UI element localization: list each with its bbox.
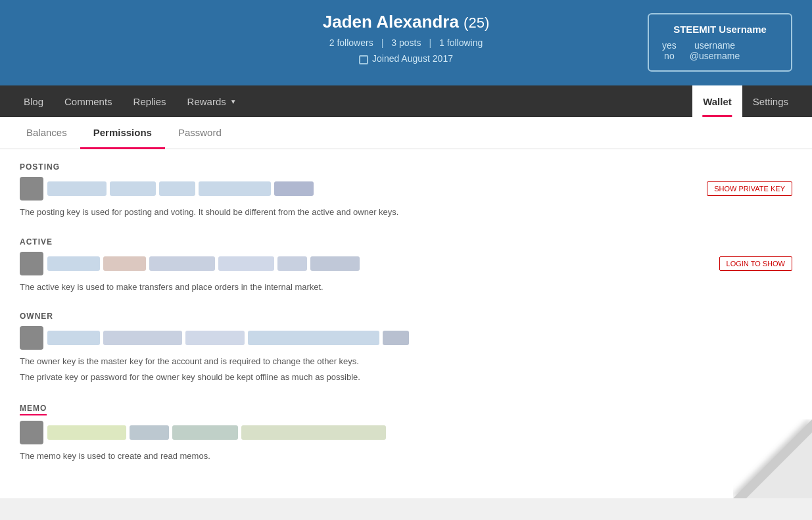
tab-permissions[interactable]: Permissions: [80, 118, 165, 149]
key-block: [241, 425, 386, 440]
key-block: [110, 181, 156, 196]
key-block: [47, 256, 100, 271]
key-block: [47, 331, 100, 345]
key-block: [130, 425, 169, 440]
permissions-content: POSTING SHOW PRIVATE KEY The posting key…: [0, 149, 812, 494]
nav-right: Wallet Settings: [692, 85, 799, 117]
profile-joined: Joined August 2017: [323, 53, 489, 64]
main-content: Balances Permissions Password POSTING SH…: [0, 117, 812, 498]
tab-balances[interactable]: Balances: [13, 118, 80, 149]
posting-key-row: SHOW PRIVATE KEY: [20, 177, 792, 201]
memo-key-row: [20, 421, 792, 444]
key-block: [103, 331, 182, 345]
steemit-username-box: STEEMIT Username yes no username @userna…: [648, 13, 792, 72]
username-column: username @username: [690, 40, 740, 61]
key-block: [383, 331, 409, 345]
key-block: [159, 181, 195, 196]
nav: Blog Comments Replies Rewards ▼ Wallet S…: [0, 85, 812, 117]
show-private-key-button[interactable]: SHOW PRIVATE KEY: [707, 181, 792, 196]
nav-blog[interactable]: Blog: [13, 85, 54, 117]
nav-wallet[interactable]: Wallet: [692, 85, 742, 117]
key-block: [199, 181, 271, 196]
posting-avatar: [20, 177, 43, 201]
owner-section: OWNER The owner key is the master key fo…: [20, 312, 792, 383]
memo-key-blocks: [47, 425, 792, 440]
tab-password[interactable]: Password: [165, 118, 235, 149]
active-label: ACTIVE: [20, 237, 792, 247]
key-block: [274, 181, 314, 196]
key-block: [185, 331, 245, 345]
nav-settings[interactable]: Settings: [742, 85, 799, 117]
owner-description-1: The owner key is the master key for the …: [20, 355, 792, 368]
yes-no-column: yes no: [662, 40, 677, 61]
active-section: ACTIVE LOGIN TO SHOW The active key is u…: [20, 237, 792, 294]
login-to-show-button[interactable]: LOGIN TO SHOW: [719, 256, 792, 271]
key-block: [103, 256, 146, 271]
owner-label: OWNER: [20, 312, 792, 321]
profile-name: Jaden Alexandra (25): [323, 12, 489, 32]
key-block: [310, 256, 360, 271]
owner-key-row: [20, 326, 792, 350]
profile-stats: 2 followers | 3 posts | 1 following: [323, 37, 489, 48]
calendar-icon: [359, 55, 368, 64]
memo-label: MEMO: [20, 404, 47, 415]
key-block: [248, 331, 379, 345]
active-description: The active key is used to make transfers…: [20, 281, 792, 294]
active-action: LOGIN TO SHOW: [719, 256, 792, 271]
memo-avatar: [20, 421, 43, 444]
key-block: [218, 256, 274, 271]
key-block: [277, 256, 307, 271]
nav-left: Blog Comments Replies Rewards ▼: [13, 85, 692, 117]
active-avatar: [20, 252, 43, 275]
posting-section: POSTING SHOW PRIVATE KEY The posting key…: [20, 162, 792, 219]
key-block: [47, 181, 107, 196]
steemit-box-title: STEEMIT Username: [662, 24, 778, 35]
memo-description: The memo key is used to create and read …: [20, 450, 792, 463]
owner-key-blocks: [47, 331, 792, 345]
owner-description-2: The private key or password for the owne…: [20, 371, 792, 384]
header: Jaden Alexandra (25) 2 followers | 3 pos…: [0, 0, 812, 85]
nav-comments[interactable]: Comments: [54, 85, 123, 117]
steemit-box-content: yes no username @username: [662, 40, 778, 61]
owner-avatar: [20, 326, 43, 350]
key-block: [172, 425, 238, 440]
tabs: Balances Permissions Password: [0, 117, 812, 149]
active-key-blocks: [47, 256, 715, 271]
profile-info: Jaden Alexandra (25) 2 followers | 3 pos…: [323, 12, 489, 64]
memo-section: MEMO The memo key is used to create and …: [20, 402, 792, 463]
key-block: [47, 425, 126, 440]
posting-label: POSTING: [20, 162, 792, 172]
posting-action: SHOW PRIVATE KEY: [707, 181, 792, 196]
posting-key-blocks: [47, 181, 703, 196]
active-key-row: LOGIN TO SHOW: [20, 252, 792, 275]
rewards-dropdown-arrow: ▼: [230, 98, 237, 105]
nav-rewards[interactable]: Rewards ▼: [177, 85, 247, 117]
key-block: [149, 256, 215, 271]
posting-description: The posting key is used for posting and …: [20, 206, 792, 219]
nav-replies[interactable]: Replies: [123, 85, 177, 117]
